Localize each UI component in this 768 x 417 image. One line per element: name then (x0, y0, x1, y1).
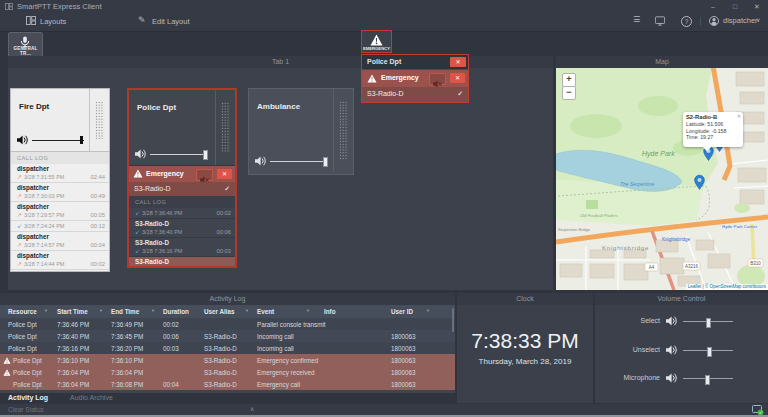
call-log-entry[interactable]: dispatcher ↗3/28 7:29:57 PM00:05 (11, 202, 109, 221)
ptt-area[interactable] (333, 89, 353, 172)
volume-track[interactable] (32, 140, 84, 141)
help-icon[interactable]: ? (681, 16, 692, 27)
popup-close-icon[interactable]: ✕ (737, 113, 741, 119)
emergency-indicator-button[interactable]: EMERGENCY (361, 30, 392, 53)
volume-thumb[interactable] (323, 157, 328, 167)
map-zoom-in-button[interactable]: + (562, 73, 576, 87)
app-logo-icon (5, 3, 13, 10)
filter-icon[interactable]: ▼ (99, 308, 103, 313)
col-duration[interactable]: Duration (163, 308, 189, 315)
col-start-time[interactable]: Start Time (57, 308, 88, 315)
map-attribution: Leaflet | © OpenStreetMap contributors (686, 284, 768, 290)
map-label-pitches: Old Football Pitches (580, 213, 618, 218)
volume-thumb[interactable] (203, 150, 208, 160)
minimize-button[interactable]: – (706, 1, 720, 12)
radio-map-marker[interactable] (694, 174, 705, 190)
map-label-hyde-park-corner: Hyde Park Corner (722, 224, 758, 229)
channel-card-fire[interactable]: Fire Dpt CALL LOG dispatcher ↗3/28 7:31:… (10, 88, 110, 272)
call-log-entry[interactable]: ↙3/28 7:24:24 PM00:12 (11, 221, 109, 232)
call-log-entry[interactable]: dispatcher ↗3/28 7:14:44 PM00:02 (11, 251, 109, 270)
filter-icon[interactable]: ▼ (426, 308, 430, 313)
channel-volume (17, 135, 85, 145)
call-log-entry[interactable]: dispatcher ↗3/28 7:14:57 PM00:04 (11, 232, 109, 251)
tab-1[interactable]: Tab 1 (8, 56, 553, 68)
volume-thumb[interactable] (80, 136, 83, 144)
call-time: 3/28 7:36:46 PM (142, 210, 182, 216)
map-canvas[interactable]: Hyde Park The Serpentine Old Football Pi… (556, 68, 768, 290)
table-scrollbar[interactable] (452, 308, 455, 332)
call-duration: 02:44 (90, 173, 105, 181)
tab-audio-archive[interactable]: Audio Archive (70, 394, 113, 401)
clear-status-button[interactable]: Clear Status (8, 406, 44, 413)
filter-icon[interactable]: ▼ (306, 308, 310, 313)
call-log-entry[interactable]: dispatcher (11, 270, 109, 272)
tab-activity-log[interactable]: Activity Log (8, 394, 48, 401)
call-log-entry[interactable]: dispatcher ↗3/28 7:30:03 PM00:49 (11, 183, 109, 202)
volume-track[interactable] (270, 161, 328, 162)
user-menu[interactable]: dispatcher (723, 16, 758, 25)
volume-track[interactable] (150, 154, 208, 155)
call-duration: 00:04 (90, 241, 105, 249)
microphone-volume-row: Microphone (595, 372, 768, 384)
caller-name: S3-Radio-D (135, 239, 235, 247)
emergency-row-label: Emergency (146, 170, 184, 177)
volume-control-panel: Volume Control Select Unselect Microphon… (595, 293, 768, 403)
call-log-entry-emergency[interactable]: S3-Radio-D ⚠3/28 7:36:10 PM (129, 257, 235, 268)
menu-icon[interactable]: ☰ (633, 15, 640, 24)
police-selected-radio-row[interactable]: S3-Radio-D ✓ (129, 182, 235, 196)
select-volume-slider[interactable] (683, 321, 733, 322)
col-resource[interactable]: Resource (8, 308, 37, 315)
emergency-popup-radio-row[interactable]: S3-Radio-D ✓ (362, 87, 468, 102)
fire-card-header: Fire Dpt (11, 89, 109, 152)
call-time: 3/28 7:31:55 PM (24, 174, 64, 180)
slider-thumb[interactable] (707, 347, 712, 358)
osm-link[interactable]: © OpenStreetMap contributors (705, 284, 766, 289)
channel-title: Ambulance (257, 102, 300, 111)
call-duration: 00:05 (90, 211, 105, 219)
layouts-button[interactable]: Layouts (40, 15, 66, 29)
channel-card-ambulance[interactable]: Ambulance (248, 88, 354, 175)
ptt-area[interactable] (89, 89, 109, 151)
speaker-icon (17, 135, 28, 145)
mute-emergency-tone-button[interactable] (196, 169, 213, 181)
unselect-volume-slider[interactable] (683, 350, 733, 351)
channel-title: Fire Dpt (19, 102, 49, 111)
call-log-entry[interactable]: ↙3/28 7:36:46 PM00:02 (129, 208, 235, 219)
maximize-button[interactable]: □ (728, 1, 742, 12)
filter-icon[interactable]: ▼ (151, 308, 155, 313)
general-transmit-button[interactable]: GENERAL TR... (8, 32, 43, 58)
channel-card-police[interactable]: Police Dpt Emergency ✕ S3-Radio-D ✓ CALL… (127, 88, 237, 268)
edit-layout-button[interactable]: Edit Layout (152, 15, 190, 29)
map-zoom-out-button[interactable]: − (562, 86, 576, 100)
microphone-volume-slider[interactable] (683, 378, 733, 379)
filter-icon[interactable]: ▼ (44, 308, 48, 313)
clock-date: Thursday, March 28, 2019 (457, 357, 593, 366)
monitor-icon[interactable] (655, 16, 665, 26)
slider-thumb[interactable] (705, 375, 710, 386)
ptt-area[interactable] (215, 90, 235, 165)
resolve-emergency-button[interactable]: ✕ (217, 169, 232, 179)
col-end-time[interactable]: End Time (111, 308, 139, 315)
slider-thumb[interactable] (706, 318, 711, 329)
call-time: 3/28 7:30:03 PM (24, 193, 64, 199)
caller-name: dispatcher (17, 233, 109, 241)
chevron-up-icon[interactable]: ∧ (250, 405, 254, 412)
police-emergency-row: Emergency ✕ (129, 166, 235, 182)
leaflet-link[interactable]: Leaflet (688, 284, 702, 289)
speaker-icon (135, 149, 146, 159)
call-log-entry[interactable]: S3-Radio-D ↙3/28 7:36:40 PM00:06 (129, 219, 235, 238)
filter-icon[interactable]: ▼ (245, 308, 249, 313)
col-user-alias[interactable]: User Alias (204, 308, 235, 315)
chevron-down-icon[interactable]: ∨ (756, 16, 760, 23)
col-user-id[interactable]: User ID (391, 308, 413, 315)
mute-emergency-tone-button[interactable] (429, 73, 446, 85)
col-info[interactable]: Info (324, 308, 336, 315)
close-button[interactable]: ✕ (750, 1, 764, 12)
caller-name: dispatcher (17, 165, 109, 173)
col-event[interactable]: Event (257, 308, 274, 315)
emergency-popup-close-button[interactable]: ✕ (450, 57, 466, 67)
speaker-icon (666, 316, 677, 326)
call-log-entry[interactable]: dispatcher ↗3/28 7:31:55 PM02:44 (11, 164, 109, 183)
call-log-entry[interactable]: S3-Radio-D ↙3/28 7:36:16 PM00:03 (129, 238, 235, 257)
resolve-emergency-button[interactable]: ✕ (450, 73, 465, 83)
